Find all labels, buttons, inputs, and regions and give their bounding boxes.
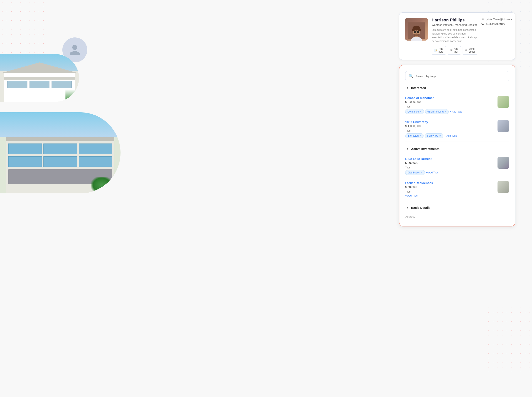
house-image-1 [0,54,79,102]
interested-section-header[interactable]: ▾ Interested [405,86,509,90]
property-item-solace: Solace of Mahomet $ 2,000,000 Tags Commi… [405,93,509,117]
email-icon: ✉ [481,18,484,21]
search-icon: 🔍 [409,74,413,78]
house-image-2 [0,112,121,193]
add-tag-blue-lake[interactable]: + Add Tags [426,171,439,174]
tag-esign-remove[interactable]: ✕ [445,111,446,113]
phone-icon: 📞 [481,22,484,25]
tag-interested-remove[interactable]: ✕ [419,135,421,137]
add-note-button[interactable]: 📝 Add note [432,46,446,55]
search-input[interactable] [415,74,506,78]
contact-details-right: ✉ goldenTower@info.com 📞 +1-330-555-0100 [481,18,523,25]
address-row: Address [405,213,509,220]
tag-distribution-remove[interactable]: ✕ [421,171,423,174]
property-price-university: $ 1,000,000 [405,124,495,128]
svg-rect-8 [417,31,419,33]
property-thumbnail-blue-lake [497,157,509,169]
contact-bio: Lorem ipsum dolor sit amet, consectetur … [432,28,477,43]
property-content-stellar: Stellar Residences $ 500,000 Tags + Add … [405,181,495,197]
tag-follow-up-remove[interactable]: ✕ [439,135,441,137]
search-bar[interactable]: 🔍 [405,71,509,81]
tag-commited[interactable]: Commited ✕ [405,109,424,114]
contact-card: Harrison Phillips Webtech Infotech . Man… [399,12,515,60]
property-thumbnail-stellar [497,181,509,193]
active-investments-section-header[interactable]: ▾ Active Investments [405,147,509,151]
contact-phone: +1-330-555-0100 [486,22,505,25]
contact-email: goldenTower@info.com [486,18,512,21]
tag-commited-remove[interactable]: ✕ [420,111,422,113]
interested-section-title: Interested [411,86,426,90]
tag-distribution[interactable]: Distribution ✕ [405,170,425,175]
tag-follow-up[interactable]: Follow Up ✕ [425,133,443,138]
contact-photo-svg [408,21,425,41]
property-content-solace: Solace of Mahomet $ 2,000,000 Tags Commi… [405,96,495,114]
svg-point-6 [418,29,421,32]
interested-chevron-icon: ▾ [405,86,409,90]
main-panel: 🔍 ▾ Interested Solace of Mahomet $ 2,000… [399,65,515,226]
property-name-university[interactable]: 1007 University [405,120,495,124]
property-tags-university: Interested ✕ Follow Up ✕ + Add Tags [405,133,495,138]
property-content-blue-lake: Blue Lake Retreat $ 900,000 Tags Distrib… [405,157,495,175]
email-row: ✉ goldenTower@info.com [481,18,523,21]
property-thumbnail-university [497,120,509,132]
contact-photo [405,18,428,41]
svg-point-5 [412,29,415,32]
tag-esign-pending[interactable]: eSign Pending ✕ [425,109,449,114]
property-tags-stellar: + Add Tags [405,194,495,197]
address-label: Address [405,215,415,218]
phone-row: 📞 +1-330-555-0100 [481,22,523,25]
contact-actions: 📝 Add note ☑ Add task ✉ Send Email [432,46,477,55]
task-icon: ☑ [450,49,453,52]
svg-rect-7 [414,31,416,33]
basic-details-section-header[interactable]: ▾ Basic Details [405,205,509,210]
add-tag-university[interactable]: + Add Tags [445,134,457,137]
contact-info: Harrison Phillips Webtech Infotech . Man… [432,18,477,55]
property-thumbnail-solace [497,96,509,108]
contact-role: Webtech Infotech . Managing Director [432,23,477,26]
property-price-stellar: $ 500,000 [405,185,495,189]
tags-label-blue-lake: Tags [405,166,495,169]
tags-label-university: Tags [405,129,495,132]
note-icon: 📝 [434,49,437,52]
property-name-solace[interactable]: Solace of Mahomet [405,96,495,100]
active-investments-section-title: Active Investments [411,147,440,151]
property-item-university: 1007 University $ 1,000,000 Tags Interes… [405,117,509,141]
property-price-solace: $ 2,000,000 [405,100,495,104]
tags-label-stellar: Tags [405,190,495,193]
email-send-icon: ✉ [465,49,467,52]
property-price-blue-lake: $ 900,000 [405,161,495,165]
property-item-blue-lake: Blue Lake Retreat $ 900,000 Tags Distrib… [405,154,509,178]
property-name-stellar[interactable]: Stellar Residences [405,181,495,185]
tags-label-solace: Tags [405,105,495,108]
section-divider-1 [405,143,509,143]
section-divider-2 [405,202,509,202]
property-name-blue-lake[interactable]: Blue Lake Retreat [405,157,495,161]
add-task-button[interactable]: ☑ Add task [448,46,461,55]
active-investments-chevron-icon: ▾ [405,147,409,151]
right-panel: Harrison Phillips Webtech Infotech . Man… [399,12,515,226]
basic-details-chevron-icon: ▾ [405,205,409,210]
property-content-university: 1007 University $ 1,000,000 Tags Interes… [405,120,495,138]
tag-interested[interactable]: Interested ✕ [405,133,423,138]
basic-details-section-title: Basic Details [411,206,430,209]
property-tags-solace: Commited ✕ eSign Pending ✕ + Add Tags [405,109,495,114]
property-tags-blue-lake: Distribution ✕ + Add Tags [405,170,495,175]
property-item-stellar: Stellar Residences $ 500,000 Tags + Add … [405,178,509,200]
dot-pattern-bottom-right [486,305,532,376]
add-tag-stellar[interactable]: + Add Tags [405,194,418,197]
send-email-button[interactable]: ✉ Send Email [463,46,477,55]
add-tag-solace[interactable]: + Add Tags [450,110,462,113]
contact-name: Harrison Phillips [432,18,477,22]
